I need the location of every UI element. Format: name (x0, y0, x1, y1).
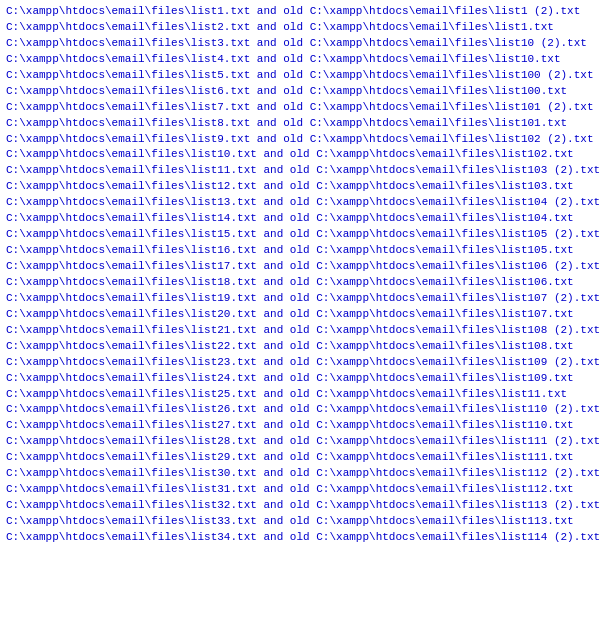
list-item: C:\xampp\htdocs\email\files\list3.txt an… (6, 36, 602, 52)
list-item: C:\xampp\htdocs\email\files\list32.txt a… (6, 498, 602, 514)
list-item: C:\xampp\htdocs\email\files\list26.txt a… (6, 402, 602, 418)
list-item: C:\xampp\htdocs\email\files\list23.txt a… (6, 355, 602, 371)
list-item: C:\xampp\htdocs\email\files\list22.txt a… (6, 339, 602, 355)
list-item: C:\xampp\htdocs\email\files\list18.txt a… (6, 275, 602, 291)
list-item: C:\xampp\htdocs\email\files\list27.txt a… (6, 418, 602, 434)
list-item: C:\xampp\htdocs\email\files\list4.txt an… (6, 52, 602, 68)
list-item: C:\xampp\htdocs\email\files\list28.txt a… (6, 434, 602, 450)
list-item: C:\xampp\htdocs\email\files\list14.txt a… (6, 211, 602, 227)
list-item: C:\xampp\htdocs\email\files\list6.txt an… (6, 84, 602, 100)
list-item: C:\xampp\htdocs\email\files\list31.txt a… (6, 482, 602, 498)
list-item: C:\xampp\htdocs\email\files\list30.txt a… (6, 466, 602, 482)
list-item: C:\xampp\htdocs\email\files\list19.txt a… (6, 291, 602, 307)
list-item: C:\xampp\htdocs\email\files\list5.txt an… (6, 68, 602, 84)
list-item: C:\xampp\htdocs\email\files\list16.txt a… (6, 243, 602, 259)
list-item: C:\xampp\htdocs\email\files\list11.txt a… (6, 163, 602, 179)
list-item: C:\xampp\htdocs\email\files\list15.txt a… (6, 227, 602, 243)
list-item: C:\xampp\htdocs\email\files\list20.txt a… (6, 307, 602, 323)
file-list: C:\xampp\htdocs\email\files\list1.txt an… (6, 4, 602, 546)
list-item: C:\xampp\htdocs\email\files\list17.txt a… (6, 259, 602, 275)
list-item: C:\xampp\htdocs\email\files\list12.txt a… (6, 179, 602, 195)
list-item: C:\xampp\htdocs\email\files\list7.txt an… (6, 100, 602, 116)
list-item: C:\xampp\htdocs\email\files\list9.txt an… (6, 132, 602, 148)
list-item: C:\xampp\htdocs\email\files\list25.txt a… (6, 387, 602, 403)
list-item: C:\xampp\htdocs\email\files\list24.txt a… (6, 371, 602, 387)
list-item: C:\xampp\htdocs\email\files\list2.txt an… (6, 20, 602, 36)
list-item: C:\xampp\htdocs\email\files\list33.txt a… (6, 514, 602, 530)
list-item: C:\xampp\htdocs\email\files\list21.txt a… (6, 323, 602, 339)
list-item: C:\xampp\htdocs\email\files\list29.txt a… (6, 450, 602, 466)
list-item: C:\xampp\htdocs\email\files\list34.txt a… (6, 530, 602, 546)
list-item: C:\xampp\htdocs\email\files\list10.txt a… (6, 147, 602, 163)
list-item: C:\xampp\htdocs\email\files\list1.txt an… (6, 4, 602, 20)
list-item: C:\xampp\htdocs\email\files\list13.txt a… (6, 195, 602, 211)
list-item: C:\xampp\htdocs\email\files\list8.txt an… (6, 116, 602, 132)
